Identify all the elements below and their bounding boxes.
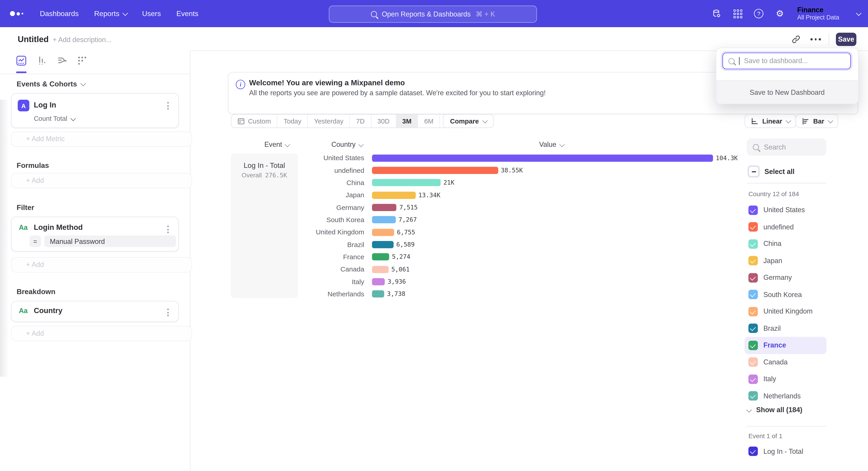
- breakdown-kebab-icon[interactable]: [165, 307, 170, 318]
- legend-item[interactable]: United Kingdom: [745, 303, 827, 320]
- project-switcher[interactable]: Finance All Project Data: [797, 6, 839, 21]
- select-all-row[interactable]: Select all: [748, 166, 795, 177]
- checkbox-checked-icon[interactable]: [748, 256, 758, 266]
- checkbox-checked-icon[interactable]: [748, 324, 758, 333]
- data-settings-icon[interactable]: [712, 9, 721, 18]
- bar[interactable]: [372, 167, 498, 174]
- metric-kebab-icon[interactable]: [165, 100, 170, 111]
- checkbox-checked-icon[interactable]: [748, 290, 758, 299]
- metric-card[interactable]: A Log In Count Total: [11, 93, 179, 128]
- bar-row[interactable]: United Kingdom 6,755: [301, 226, 788, 238]
- bar[interactable]: [372, 254, 389, 261]
- nav-dashboards[interactable]: Dashboards: [40, 9, 79, 18]
- bar[interactable]: [372, 241, 394, 248]
- filter-card[interactable]: Aa Login Method = Manual Password: [11, 217, 179, 252]
- tab-flows-icon[interactable]: [57, 55, 68, 66]
- legend-item[interactable]: China: [745, 235, 827, 253]
- save-to-dashboard-input[interactable]: Save to dashboard...: [722, 53, 851, 69]
- filter-value[interactable]: Manual Password: [44, 235, 176, 247]
- gear-icon[interactable]: ⚙: [775, 9, 784, 18]
- nav-events[interactable]: Events: [176, 9, 198, 18]
- legend-item[interactable]: Brazil: [745, 320, 827, 337]
- legend-item[interactable]: Italy: [745, 371, 827, 387]
- date-range-option[interactable]: 7D: [350, 115, 371, 127]
- filter-operator[interactable]: =: [29, 235, 41, 247]
- date-range-option[interactable]: Today: [278, 115, 308, 127]
- tab-insights-icon[interactable]: [16, 55, 27, 66]
- add-breakdown-button[interactable]: + Add: [11, 326, 192, 342]
- checkbox-checked-icon[interactable]: [748, 223, 758, 232]
- chart-type-selector-bar[interactable]: Bar: [796, 114, 838, 128]
- bar-row[interactable]: Japan 13.34K: [301, 189, 788, 201]
- column-header-value[interactable]: Value: [372, 141, 731, 148]
- bar-row[interactable]: China 21K: [301, 176, 788, 189]
- legend-item[interactable]: United States: [745, 202, 827, 218]
- help-icon[interactable]: ?: [754, 9, 764, 18]
- breakdown-property-name[interactable]: Country: [34, 306, 62, 315]
- checkbox-checked-icon[interactable]: [748, 357, 758, 367]
- bar-row[interactable]: United States 104.3K: [301, 152, 788, 164]
- bar[interactable]: [372, 278, 385, 286]
- bar[interactable]: [372, 154, 713, 161]
- bar-row[interactable]: Germany 7,515: [301, 201, 788, 214]
- legend-item[interactable]: undefined: [745, 218, 827, 235]
- indeterminate-checkbox-icon[interactable]: [748, 166, 759, 177]
- scale-selector-linear[interactable]: Linear: [745, 114, 796, 128]
- bar-row[interactable]: undefined 38.55K: [301, 164, 788, 177]
- legend-item[interactable]: Germany: [745, 269, 827, 286]
- checkbox-checked-icon[interactable]: [748, 273, 758, 283]
- bar-row[interactable]: Canada 5,061: [301, 263, 788, 275]
- bar[interactable]: [372, 229, 394, 236]
- event-legend-row[interactable]: Log In - Total: [745, 447, 803, 456]
- mixpanel-logo-icon[interactable]: [10, 11, 32, 16]
- bar[interactable]: [372, 192, 416, 199]
- legend-item[interactable]: Japan: [745, 253, 827, 269]
- legend-item[interactable]: Netherlands: [745, 387, 827, 405]
- bar-row[interactable]: South Korea 7,267: [301, 214, 788, 226]
- bar[interactable]: [372, 216, 396, 224]
- checkbox-checked-icon[interactable]: [748, 205, 758, 215]
- show-all-toggle[interactable]: Show all (184): [747, 406, 802, 414]
- save-button[interactable]: Save: [836, 33, 857, 46]
- legend-item[interactable]: South Korea: [745, 286, 827, 303]
- add-formula-button[interactable]: + Add: [11, 173, 192, 188]
- add-filter-button[interactable]: + Add: [11, 257, 192, 273]
- date-range-option[interactable]: 6M: [418, 115, 440, 127]
- tab-retention-icon[interactable]: [77, 55, 88, 66]
- bar[interactable]: [372, 266, 389, 273]
- report-title[interactable]: Untitled: [18, 34, 49, 44]
- checkbox-checked-icon[interactable]: [748, 341, 758, 350]
- checkbox-checked-icon[interactable]: [748, 239, 758, 248]
- compare-button[interactable]: Compare: [443, 114, 494, 128]
- date-range-option[interactable]: Custom: [231, 115, 278, 127]
- tab-funnels-icon[interactable]: [37, 55, 47, 66]
- global-search-button[interactable]: Open Reports & Dashboards ⌘ + K: [329, 5, 537, 23]
- metric-name[interactable]: Log In: [34, 101, 56, 109]
- bar-row[interactable]: Brazil 6,589: [301, 238, 788, 251]
- bar-row[interactable]: Netherlands 3,738: [301, 288, 788, 300]
- legend-item[interactable]: France: [745, 337, 827, 354]
- metric-aggregation[interactable]: Count Total: [34, 115, 74, 122]
- add-description[interactable]: + Add description...: [53, 36, 112, 44]
- save-to-new-dashboard-button[interactable]: Save to New Dashboard: [716, 80, 858, 104]
- bar[interactable]: [372, 179, 441, 186]
- legend-search-input[interactable]: Search: [747, 139, 827, 156]
- bar[interactable]: [372, 204, 397, 211]
- filter-kebab-icon[interactable]: [165, 224, 170, 235]
- date-range-option[interactable]: Yesterday: [308, 115, 350, 127]
- nav-users[interactable]: Users: [142, 9, 161, 18]
- bar-row[interactable]: Italy 3,936: [301, 275, 788, 288]
- filter-property-name[interactable]: Login Method: [34, 223, 83, 232]
- events-cohorts-header[interactable]: Events & Cohorts: [17, 80, 85, 88]
- bar[interactable]: [372, 291, 384, 298]
- checkbox-checked-icon[interactable]: [748, 447, 758, 456]
- checkbox-checked-icon[interactable]: [748, 307, 758, 316]
- checkbox-checked-icon[interactable]: [748, 374, 758, 384]
- series-summary-box[interactable]: Log In - Total Overall276.5K: [231, 153, 298, 298]
- bar-row[interactable]: France 5,274: [301, 251, 788, 263]
- checkbox-checked-icon[interactable]: [748, 391, 758, 401]
- legend-item[interactable]: Canada: [745, 354, 827, 371]
- project-chevron-down-icon[interactable]: [856, 10, 862, 16]
- copy-link-icon[interactable]: [792, 35, 800, 44]
- date-range-option[interactable]: 30D: [371, 115, 396, 127]
